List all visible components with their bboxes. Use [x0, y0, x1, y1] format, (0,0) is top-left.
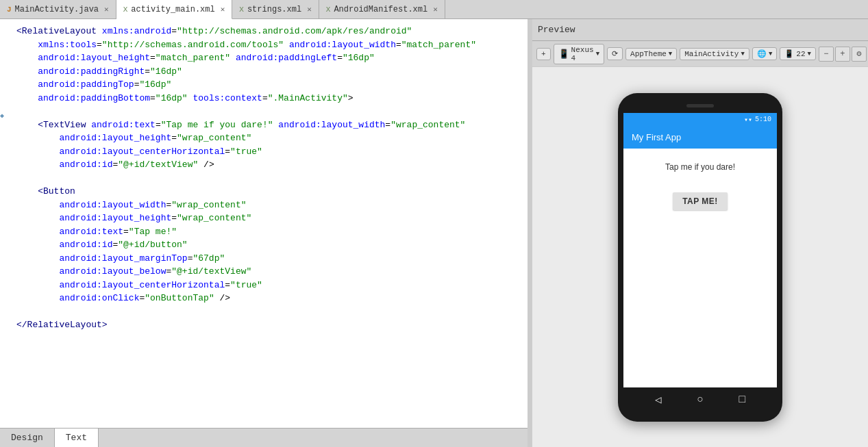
xml-icon-2: X — [239, 5, 244, 14]
gutter-line-12 — [0, 158, 11, 170]
phone-body: Tap me if you dare! TAP ME! — [623, 149, 777, 387]
tab-bar: J MainActivity.java ✕ X activity_main.xm… — [0, 0, 868, 19]
main-area: ◆ <RelativeLayout xmlns:android="http://… — [0, 19, 868, 447]
api-selector[interactable]: 📱 22 ▼ — [780, 47, 816, 60]
back-icon: ◁ — [655, 393, 662, 407]
tab-strings-xml[interactable]: X strings.xml ✕ — [232, 0, 319, 18]
theme-chevron: ▼ — [669, 51, 672, 58]
phone-tap-button: TAP ME! — [673, 192, 728, 210]
preview-title: Preview — [538, 25, 575, 35]
gutter-line-4 — [0, 62, 11, 74]
device-label: Nexus 4 — [571, 46, 594, 62]
device-chevron: ▼ — [596, 51, 599, 58]
gutter-line-5 — [0, 74, 11, 86]
phone-screen: ▾▾ 5:10 My First App Tap me if you dare!… — [623, 113, 777, 387]
bottom-tabs: Design Text — [0, 428, 528, 447]
tab-activity-main-xml-close[interactable]: ✕ — [221, 5, 225, 14]
tab-activity-main-xml[interactable]: X activity_main.xml ✕ — [116, 0, 233, 19]
api-label: 22 — [796, 50, 805, 58]
wifi-icon: ▾▾ — [744, 116, 752, 124]
gutter-icons: ◆ — [0, 22, 11, 425]
tab-androidmanifest-xml[interactable]: X AndroidManifest.xml ✕ — [319, 0, 445, 18]
theme-selector[interactable]: AppTheme ▼ — [625, 48, 677, 60]
zoom-in-button[interactable]: + — [835, 47, 850, 62]
gutter-line-10 — [0, 133, 11, 146]
locale-button[interactable]: 🌐 ▼ — [752, 47, 777, 60]
locale-chevron: ▼ — [769, 51, 772, 58]
phone-toolbar: My First App — [623, 127, 777, 149]
phone-app-name: My First App — [632, 132, 681, 142]
locale-icon: 🌐 — [757, 49, 767, 58]
tab-mainactivity-java[interactable]: J MainActivity.java ✕ — [0, 0, 116, 18]
device-selector[interactable]: 📱 Nexus 4 ▼ — [554, 44, 604, 64]
api-icon: 📱 — [784, 49, 794, 58]
gutter-line-6 — [0, 86, 11, 99]
gutter-line-3 — [0, 49, 11, 62]
zoom-out-button[interactable]: − — [819, 47, 834, 62]
preview-toolbar: + 📱 Nexus 4 ▼ ⟳ AppTheme ▼ MainActivity … — [532, 41, 868, 67]
recents-icon: □ — [739, 394, 746, 406]
phone-speaker — [686, 104, 714, 107]
status-time: 5:10 — [755, 116, 771, 123]
rotate-button[interactable]: ⟳ — [607, 47, 623, 60]
tab-androidmanifest-xml-close[interactable]: ✕ — [433, 5, 438, 14]
preview-header: Preview — [532, 19, 868, 41]
activity-chevron: ▼ — [741, 51, 744, 58]
settings-button[interactable]: ⚙ — [852, 47, 867, 62]
phone-status-bar: ▾▾ 5:10 — [623, 113, 777, 127]
preview-content: ▾▾ 5:10 My First App Tap me if you dare!… — [532, 67, 868, 447]
home-icon: ○ — [697, 394, 704, 406]
activity-selector[interactable]: MainActivity ▼ — [680, 48, 749, 60]
phone-textview: Tap me if you dare! — [665, 162, 735, 172]
preview-panel: Preview + 📱 Nexus 4 ▼ ⟳ AppTheme ▼ MainA… — [532, 19, 868, 447]
phone-nav-bar: ◁ ○ □ — [623, 387, 777, 412]
tab-strings-xml-label: strings.xml — [247, 5, 301, 14]
bottom-tab-design-label: Design — [11, 433, 43, 443]
bottom-tab-text-label: Text — [66, 433, 87, 443]
add-device-button[interactable]: + — [536, 48, 551, 60]
bottom-tab-text[interactable]: Text — [55, 429, 99, 447]
java-icon: J — [7, 5, 12, 14]
device-icon: 📱 — [558, 49, 569, 60]
gutter-line-11 — [0, 146, 11, 158]
api-chevron: ▼ — [807, 51, 810, 58]
gutter-line-13 — [0, 170, 11, 183]
phone-mockup: ▾▾ 5:10 My First App Tap me if you dare!… — [618, 93, 782, 422]
theme-label: AppTheme — [630, 50, 667, 58]
tab-androidmanifest-xml-label: AndroidManifest.xml — [334, 5, 427, 14]
tab-strings-xml-close[interactable]: ✕ — [307, 5, 312, 14]
gutter-line-1 — [0, 25, 11, 37]
gutter-line-9 — [0, 121, 11, 133]
add-icon: + — [541, 50, 546, 58]
xml-icon-3: X — [326, 5, 331, 14]
activity-label: MainActivity — [684, 50, 739, 58]
gutter-line-2 — [0, 37, 11, 49]
rotate-icon: ⟳ — [612, 49, 618, 58]
gutter-line-7 — [0, 99, 11, 111]
code-editor: ◆ <RelativeLayout xmlns:android="http://… — [0, 19, 528, 447]
bottom-tab-design[interactable]: Design — [0, 429, 55, 447]
tab-activity-main-xml-label: activity_main.xml — [131, 5, 214, 14]
xml-icon: X — [123, 5, 128, 14]
code-content[interactable]: ◆ <RelativeLayout xmlns:android="http://… — [0, 19, 528, 428]
tab-mainactivity-java-label: MainActivity.java — [15, 5, 99, 14]
code-lines[interactable]: <RelativeLayout xmlns:android="http://sc… — [11, 22, 528, 425]
gutter-line-8: ◆ — [0, 111, 11, 121]
tab-mainactivity-java-close[interactable]: ✕ — [104, 5, 109, 14]
preview-right-controls: − + ⚙ — [819, 47, 867, 62]
